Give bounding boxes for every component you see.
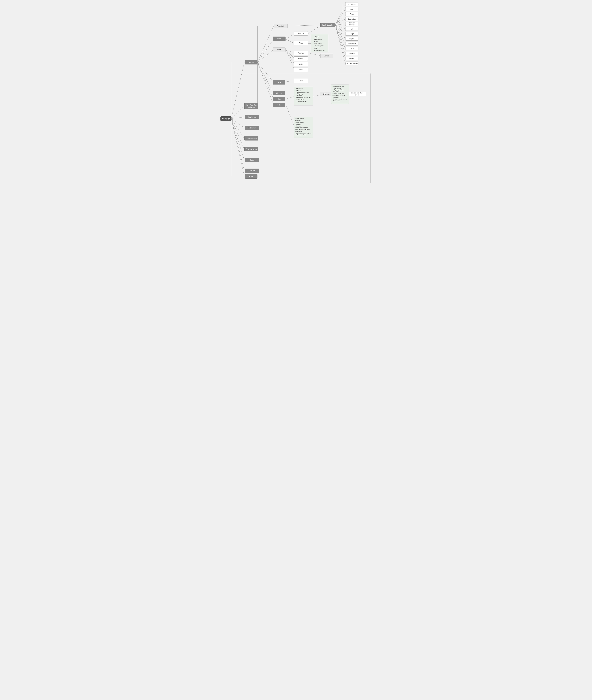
svg-line-30 bbox=[335, 14, 345, 25]
pd-winemaker-node: Winemaker bbox=[345, 42, 358, 46]
svg-line-19 bbox=[286, 39, 294, 44]
pd-type-node: Type bbox=[345, 27, 358, 31]
pd-value-node: Value bbox=[345, 47, 358, 50]
svg-line-5 bbox=[231, 119, 244, 149]
svg-line-39 bbox=[335, 25, 345, 58]
help-faq-node: Help/FAQ bbox=[294, 56, 308, 61]
svg-line-33 bbox=[335, 25, 345, 29]
blog-node: Blog bbox=[294, 67, 308, 72]
testimonials-node: Testimonials bbox=[245, 126, 259, 130]
svg-line-0 bbox=[231, 62, 244, 119]
svg-line-36 bbox=[335, 25, 345, 44]
homepage-node: Homepage bbox=[220, 116, 231, 121]
svg-line-13 bbox=[257, 62, 274, 82]
svg-line-6 bbox=[231, 119, 244, 160]
taste-test-node: Taste test bbox=[274, 24, 288, 28]
filters-note: • sort by • price • winemaker • color • … bbox=[311, 34, 328, 52]
svg-line-29 bbox=[335, 9, 345, 25]
profile-note-text: • Taste profile • Orders • Rate orders •… bbox=[295, 118, 312, 136]
svg-line-43 bbox=[286, 96, 294, 99]
svg-line-38 bbox=[335, 25, 345, 53]
filters-node: Filters bbox=[294, 41, 308, 45]
svg-line-4 bbox=[231, 119, 244, 139]
checkout-note-text: • Items - summary • Your details • Shipp… bbox=[333, 86, 347, 102]
pd-price-node: Price bbox=[345, 12, 358, 16]
how-it-works-node: How it works bbox=[245, 115, 259, 119]
svg-line-1 bbox=[231, 105, 244, 119]
footer-node: Footer bbox=[245, 174, 257, 179]
learn-node: Learn bbox=[273, 47, 286, 52]
pd-guides-node: Guides bbox=[345, 57, 358, 60]
pd-name-node: Name bbox=[345, 7, 358, 11]
svg-line-8 bbox=[231, 119, 244, 176]
profile-node: Profile bbox=[273, 103, 285, 107]
checkout-node: Checkout bbox=[320, 92, 333, 96]
guides-home-node: Guides bbox=[245, 158, 259, 162]
svg-line-34 bbox=[335, 25, 345, 34]
svg-line-16 bbox=[257, 62, 274, 105]
confirm-order-node: Confirm and place order bbox=[348, 92, 366, 96]
svg-line-40 bbox=[335, 25, 345, 63]
svg-line-15 bbox=[257, 62, 274, 99]
pd-region-node: Region bbox=[345, 37, 358, 41]
pd-grape-node: Grape bbox=[345, 32, 358, 36]
svg-line-26 bbox=[308, 53, 322, 56]
diagram-canvas: Homepage Navbar Footer Hero (Test Test I… bbox=[219, 0, 373, 183]
profile-note: • Taste profile • Orders • Rate orders •… bbox=[294, 117, 313, 138]
svg-line-24 bbox=[288, 25, 322, 26]
shop-node: Shop bbox=[273, 37, 286, 41]
checkout-note: • Items - summary • Your details • Shipp… bbox=[331, 85, 349, 104]
signup-node: Sign Up bbox=[273, 91, 285, 95]
svg-line-14 bbox=[257, 62, 274, 93]
pd-recommendations-node: Recommendations bbox=[345, 61, 358, 65]
pd-primary-flavours-node: Primary flavours bbox=[345, 22, 358, 26]
svg-line-23 bbox=[286, 50, 294, 70]
form-node: Form bbox=[294, 79, 308, 83]
cart-note-text: • Products • Prices • Edit/Delete produc… bbox=[296, 88, 311, 102]
svg-line-12 bbox=[257, 50, 274, 62]
guides-nav-node: Guides bbox=[294, 62, 308, 66]
svg-line-2 bbox=[231, 117, 244, 119]
cart-note: • Products • Prices • Edit/Delete produc… bbox=[294, 87, 313, 105]
pd-description-node: Description bbox=[345, 17, 358, 21]
svg-line-47 bbox=[286, 105, 294, 127]
svg-line-37 bbox=[335, 25, 345, 49]
pd-matching-node: % matching bbox=[345, 2, 358, 6]
svg-line-7 bbox=[231, 119, 244, 171]
contact-node: Contact bbox=[320, 54, 333, 58]
svg-line-18 bbox=[286, 34, 294, 39]
svg-line-22 bbox=[286, 50, 294, 64]
hero-node: Hero (Test Test Invitation) bbox=[244, 103, 258, 109]
svg-line-20 bbox=[286, 50, 294, 53]
svg-line-32 bbox=[335, 24, 345, 25]
taste-test-home-node: Taste test bbox=[245, 169, 259, 173]
products-node: Products bbox=[294, 31, 308, 36]
svg-line-3 bbox=[231, 119, 244, 128]
pd-alcohol-node: Alcohol % bbox=[345, 52, 358, 55]
featured-wines-node: Featured wines bbox=[244, 147, 258, 151]
svg-line-28 bbox=[335, 4, 345, 25]
svg-line-21 bbox=[286, 50, 294, 59]
cart-node: Cart bbox=[273, 97, 285, 101]
navbar-node: Navbar bbox=[245, 60, 257, 64]
svg-line-31 bbox=[335, 19, 345, 25]
login-node: Log In bbox=[273, 80, 285, 85]
overall-benefits-node: Overall benefits bbox=[244, 136, 258, 140]
svg-line-11 bbox=[257, 39, 274, 62]
filters-note-text: • sort by • price • winemaker • color • … bbox=[314, 35, 325, 51]
svg-line-25 bbox=[308, 25, 322, 34]
svg-line-35 bbox=[335, 25, 345, 39]
about-us-node: About us bbox=[294, 51, 308, 55]
product-details-node: Product details bbox=[320, 23, 335, 27]
svg-line-10 bbox=[257, 26, 274, 62]
